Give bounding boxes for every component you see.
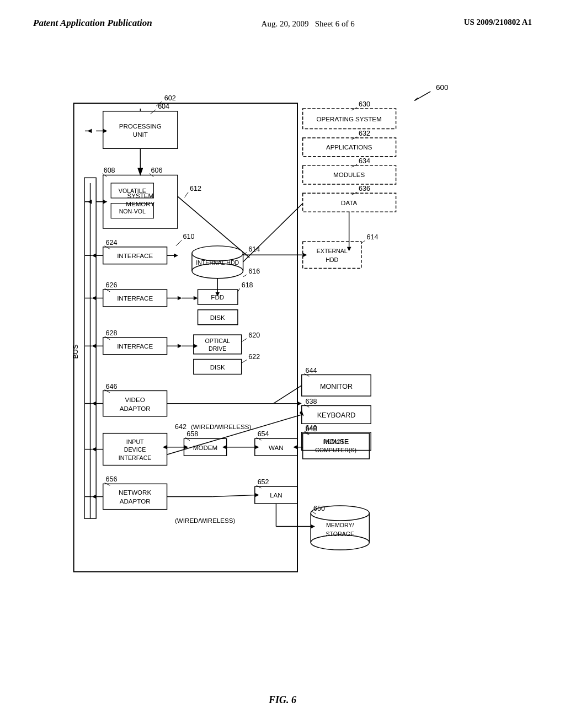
fdd-label: FDD	[211, 294, 224, 301]
svg-point-87	[311, 535, 369, 550]
svg-marker-36	[92, 296, 96, 301]
label-610: 610	[183, 233, 195, 240]
operating-system-label: OPERATING SYSTEM	[317, 116, 382, 122]
svg-marker-96	[255, 445, 259, 449]
label-642: 642	[175, 423, 186, 431]
figure-label: FIG. 6	[269, 694, 296, 706]
svg-marker-110	[347, 247, 351, 251]
svg-marker-72	[163, 445, 167, 449]
label-638: 638	[306, 398, 317, 405]
svg-line-6	[151, 110, 156, 114]
svg-marker-51	[178, 344, 182, 348]
bus-label: BUS	[72, 345, 79, 359]
svg-marker-48	[92, 344, 96, 348]
svg-marker-41	[194, 296, 198, 301]
label-618: 618	[242, 281, 253, 289]
label-658: 658	[186, 430, 198, 438]
volatile-label: VOLATILE	[119, 188, 146, 194]
svg-line-111	[243, 204, 303, 262]
system-memory-label2: MEMORY	[126, 201, 154, 207]
svg-marker-64	[297, 402, 302, 406]
input-device-label2: DEVICE	[124, 446, 146, 453]
optical-drive-label: OPTICAL	[205, 338, 230, 344]
video-adaptor-label2: ADAPTOR	[120, 405, 151, 412]
svg-point-28	[192, 264, 243, 279]
label-612: 612	[190, 185, 201, 192]
page-header: Patent Application Publication Aug. 20, …	[0, 0, 565, 30]
svg-marker-24	[174, 253, 178, 258]
svg-marker-100	[293, 445, 297, 449]
label-656: 656	[106, 475, 118, 483]
label-602: 602	[164, 94, 176, 102]
label-608: 608	[104, 167, 115, 174]
label-600: 600	[436, 83, 449, 92]
lan-label: LAN	[270, 492, 282, 499]
svg-marker-95	[222, 445, 227, 449]
svg-marker-133	[103, 200, 108, 204]
label-646: 646	[106, 383, 118, 390]
svg-line-16	[178, 196, 249, 258]
label-616: 616	[248, 267, 260, 275]
internal-hdd-label: INTERNAL HDD	[196, 259, 239, 266]
interface-624-label: INTERFACE	[117, 253, 153, 259]
label-604: 604	[158, 103, 169, 110]
network-adaptor-label2: ADAPTOR	[120, 498, 151, 505]
network-adaptor-label: NETWORK	[119, 489, 151, 496]
interface-626-label: INTERFACE	[117, 295, 153, 302]
monitor-label: MONITOR	[320, 383, 353, 390]
svg-marker-53	[194, 344, 198, 348]
modules-label: MODULES	[333, 172, 365, 178]
svg-line-82	[212, 495, 255, 497]
data-label: DATA	[341, 200, 357, 206]
svg-line-0	[414, 92, 430, 100]
label-652: 652	[258, 478, 269, 486]
processing-unit-label: PROCESSING	[119, 123, 162, 130]
optical-drive-label2: DRIVE	[209, 345, 226, 352]
external-hdd-label2: HDD	[326, 256, 338, 263]
label-614: 614	[248, 245, 260, 253]
input-device-label: INPUT	[126, 438, 144, 445]
svg-rect-58	[103, 390, 167, 416]
header-publication-type: Patent Application Publication	[33, 18, 152, 29]
svg-marker-67	[92, 447, 96, 452]
label-624: 624	[106, 239, 118, 247]
svg-rect-74	[103, 484, 167, 509]
svg-rect-5	[103, 111, 178, 149]
wired-wireless-label: (WIRED/WIRELESS)	[191, 424, 251, 430]
disk-622-label: DISK	[210, 364, 225, 371]
patent-diagram: 600 602 BUS PROCESSING UNIT 604 SYSTEM M…	[33, 61, 532, 673]
svg-line-30	[243, 275, 247, 277]
label-630: 630	[359, 100, 370, 108]
label-634: 634	[359, 157, 370, 165]
svg-rect-112	[303, 242, 361, 268]
label-644: 644	[306, 367, 317, 374]
disk-618-label: DISK	[210, 314, 225, 321]
modem-label: MODEM	[193, 445, 217, 451]
header-date-sheet: Aug. 20, 2009 Sheet 6 of 6	[262, 18, 355, 30]
svg-marker-129	[103, 129, 108, 133]
memory-storage-label2: STORAGE	[326, 531, 354, 537]
input-device-label3: INTERFACE	[119, 454, 152, 461]
wan-label: WAN	[269, 445, 284, 451]
external-hdd-label: EXTERNAL	[317, 248, 348, 254]
svg-line-17	[184, 192, 188, 197]
mouse-label: MOUSE	[324, 438, 349, 446]
svg-line-54	[242, 339, 247, 342]
non-vol-label: NON-VOL	[119, 208, 146, 215]
label-654: 654	[258, 430, 269, 438]
wired-wireless-label2: (WIRED/WIRELESS)	[175, 517, 235, 524]
svg-line-57	[242, 360, 247, 363]
diagram-area: 600 602 BUS PROCESSING UNIT 604 SYSTEM M…	[33, 61, 532, 673]
label-628: 628	[106, 329, 118, 337]
svg-marker-77	[92, 495, 96, 499]
memory-storage-label: MEMORY/	[326, 522, 354, 528]
svg-rect-97	[303, 433, 370, 459]
interface-628-label: INTERFACE	[117, 343, 153, 350]
label-650: 650	[313, 505, 325, 512]
label-614b: 614	[367, 233, 379, 241]
svg-marker-83	[255, 493, 259, 497]
label-640: 640	[306, 424, 317, 432]
label-632: 632	[359, 130, 370, 137]
header-patent-number: US 2009/210802 A1	[464, 18, 532, 27]
applications-label: APPLICATIONS	[326, 144, 372, 151]
